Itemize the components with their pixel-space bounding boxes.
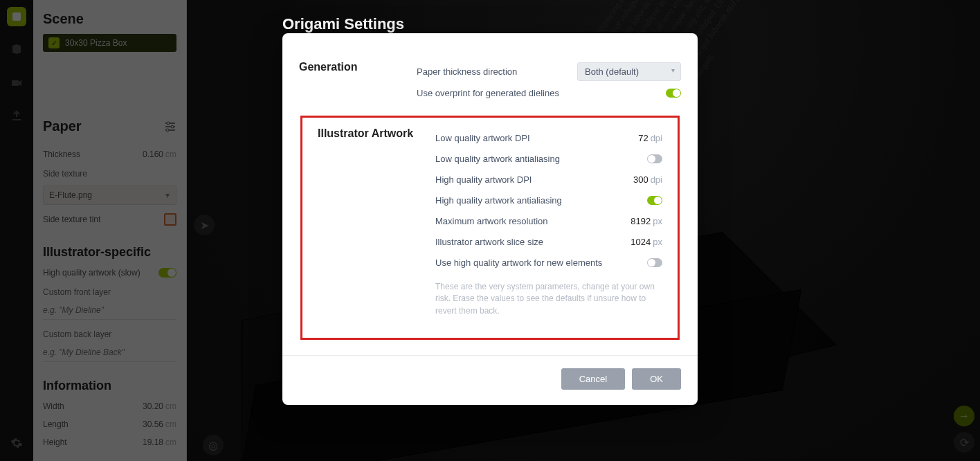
ok-button[interactable]: OK (632, 368, 681, 390)
low-aa-label: Low quality artwork antialiasing (435, 154, 560, 164)
modal-divider (282, 355, 698, 356)
max-res-label: Maximum artwork resolution (435, 216, 548, 226)
cancel-button[interactable]: Cancel (561, 368, 625, 390)
high-dpi-value[interactable]: 300 (633, 174, 648, 185)
generation-heading: Generation (299, 61, 417, 103)
overprint-label: Use overprint for generated dielines (417, 88, 559, 98)
slice-label: Illustrator artwork slice size (435, 237, 543, 247)
high-dpi-label: High quality artwork DPI (435, 174, 532, 185)
max-res-unit: px (653, 216, 662, 226)
artwork-note: These are the very system parameters, ch… (435, 281, 662, 317)
high-aa-toggle[interactable] (647, 196, 662, 205)
illustrator-artwork-section: Illustrator Artwork Low quality artwork … (300, 116, 680, 340)
overprint-toggle[interactable] (666, 89, 681, 98)
low-dpi-label: Low quality artwork DPI (435, 133, 530, 143)
paper-thickness-dir-label: Paper thickness direction (417, 66, 517, 77)
low-dpi-value[interactable]: 72 (638, 133, 648, 143)
use-hq-new-toggle[interactable] (647, 258, 662, 267)
modal-title: Origami Settings (282, 15, 404, 33)
modal-wrap: Origami Settings Generation Paper thickn… (0, 0, 980, 461)
low-dpi-unit: dpi (651, 133, 662, 143)
low-aa-toggle[interactable] (647, 154, 662, 163)
settings-modal: Generation Paper thickness direction Bot… (282, 33, 698, 405)
max-res-value[interactable]: 8192 (630, 216, 651, 226)
high-dpi-unit: dpi (651, 174, 662, 185)
use-hq-new-label: Use high quality artwork for new element… (435, 257, 602, 268)
slice-unit: px (653, 237, 662, 247)
high-aa-label: High quality artwork antialiasing (435, 195, 562, 206)
slice-value[interactable]: 1024 (630, 237, 651, 247)
paper-thickness-dir-select[interactable]: Both (default) (577, 62, 681, 81)
artwork-heading: Illustrator Artwork (318, 127, 435, 317)
